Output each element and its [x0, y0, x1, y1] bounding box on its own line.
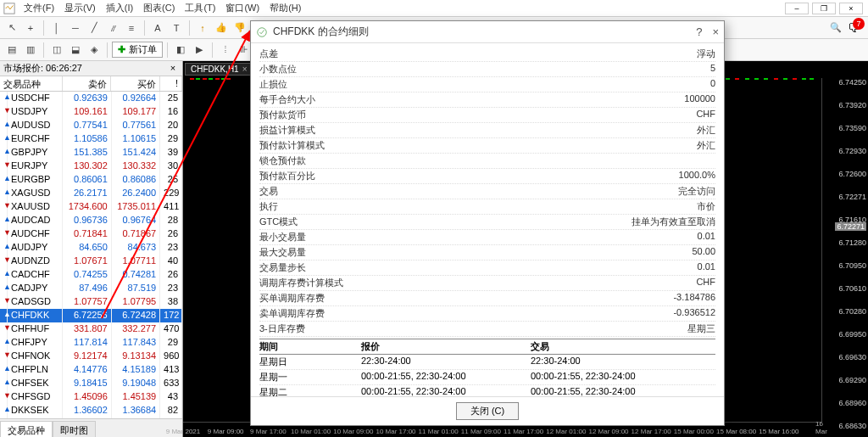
prop-key: 交易: [259, 185, 278, 198]
fibo-tool-icon[interactable]: ≡: [123, 20, 140, 36]
arrow-icon[interactable]: ↑: [194, 20, 211, 36]
search-icon[interactable]: 🔍: [827, 20, 844, 36]
symbol-row-audjpy[interactable]: ▲AUDJPY84.65084.67323: [0, 241, 182, 255]
thumbsdown-icon[interactable]: 👎: [231, 20, 248, 36]
maximize-button[interactable]: ❐: [812, 3, 836, 14]
symbol-row-audchf[interactable]: ▼AUDCHF0.718410.7186726: [0, 227, 182, 241]
symbol-spread: 38: [160, 295, 182, 309]
minimize-button[interactable]: –: [785, 3, 809, 14]
symbol-name: CHFDKK: [8, 309, 63, 322]
new-order-button[interactable]: ✚ 新订单: [112, 42, 163, 58]
new-chart-icon[interactable]: ▤: [3, 42, 20, 59]
vline-tool-icon[interactable]: │: [48, 20, 65, 36]
sched-day: 星期一: [259, 371, 361, 384]
symbol-row-cadchf[interactable]: ▲CADCHF0.742550.7428126: [0, 268, 182, 282]
symbol-row-chfhuf[interactable]: ▼CHFHUF331.807332.277470: [0, 322, 182, 336]
symbol-row-eurjpy[interactable]: ▼EURJPY130.302130.33230: [0, 160, 182, 173]
prop-row: 预付款计算模式外汇: [259, 138, 715, 154]
prop-key: 执行: [259, 200, 278, 213]
symbol-row-cadjpy[interactable]: ▲CADJPY87.49687.51923: [0, 282, 182, 295]
prop-key: 买单调期库存费: [259, 292, 325, 305]
menu-view[interactable]: 显示(V): [59, 0, 101, 16]
menu-file[interactable]: 文件(F): [19, 0, 59, 16]
terminal-icon[interactable]: ⬓: [67, 42, 84, 59]
dialog-close-icon[interactable]: ×: [712, 25, 719, 38]
symbol-ask: 84.673: [112, 241, 160, 255]
symbol-row-gbpjpy[interactable]: ▲GBPJPY151.385151.42439: [0, 146, 182, 160]
symbol-ask: 9.19048: [112, 377, 160, 390]
symbol-row-chfnok[interactable]: ▼CHFNOK9.121749.13134960: [0, 350, 182, 363]
symbol-row-usdjpy[interactable]: ▼USDJPY109.161109.17716: [0, 105, 182, 119]
symbol-row-chfsgd[interactable]: ▼CHFSGD1.450961.4513943: [0, 390, 182, 404]
tester-icon[interactable]: ◈: [86, 42, 103, 59]
sched-col-quote: 报价: [361, 340, 531, 353]
symbol-bid: 151.385: [63, 146, 111, 160]
close-window-button[interactable]: ×: [839, 3, 863, 14]
col-symbol[interactable]: 交易品种: [0, 76, 63, 91]
prop-row: 买单调期库存费-3.184786: [259, 291, 715, 306]
symbol-ask: 117.843: [112, 336, 160, 350]
menu-tools[interactable]: 工具(T): [180, 0, 220, 16]
symbol-ask: 0.96764: [112, 214, 160, 227]
symbol-row-dkksek[interactable]: ▲DKKSEK1.366021.3668482: [0, 404, 182, 417]
symbol-row-chfsek[interactable]: ▲CHFSEK9.184159.19048633: [0, 377, 182, 390]
dir-icon: ▼: [0, 160, 8, 173]
profiles-icon[interactable]: ▥: [22, 42, 39, 59]
symbol-bid: 1.10586: [63, 132, 111, 146]
x-tick: 10 Mar 01:00: [291, 428, 331, 435]
symbol-row-chfjpy[interactable]: ▲CHFJPY117.814117.84329: [0, 336, 182, 350]
market-watch-close-icon[interactable]: ×: [167, 63, 179, 75]
dir-icon: ▼: [0, 200, 8, 214]
symbol-spread: 40: [160, 255, 182, 268]
dialog-help-icon[interactable]: ?: [696, 25, 702, 38]
symbol-row-audcad[interactable]: ▲AUDCAD0.967360.9676428: [0, 214, 182, 227]
chart-tab[interactable]: CHFDKK,H1 ×: [185, 63, 253, 76]
symbol-row-usdchf[interactable]: ▲USDCHF0.926390.9266425: [0, 92, 182, 105]
prop-key: 预付款百分比: [259, 170, 315, 182]
symbol-spread: 16: [160, 105, 182, 119]
chart-tab-close-icon[interactable]: ×: [242, 64, 248, 74]
schedule-header: 期间 报价 交易: [259, 339, 715, 355]
menu-charts[interactable]: 图表(C): [138, 0, 180, 16]
symbol-row-eurchf[interactable]: ▲EURCHF1.105861.1061529: [0, 132, 182, 146]
symbol-row-audnzd[interactable]: ▼AUDNZD1.076711.0771140: [0, 255, 182, 268]
metaquotes-icon[interactable]: ◧: [172, 42, 189, 59]
autotrade-icon[interactable]: ▶: [191, 42, 208, 59]
prop-row: 交易量步长0.01: [259, 261, 715, 276]
symbol-row-cadsgd[interactable]: ▼CADSGD1.077571.0779538: [0, 295, 182, 309]
thumbsup-icon[interactable]: 👍: [213, 20, 230, 36]
symbol-row-audusd[interactable]: ▲AUDUSD0.775410.7756120: [0, 119, 182, 132]
col-bid[interactable]: 卖价: [63, 76, 112, 91]
crosshair-tool-icon[interactable]: +: [22, 20, 39, 36]
app-icon: [3, 3, 15, 14]
tab-symbols[interactable]: 交易品种: [0, 421, 53, 437]
menu-insert[interactable]: 插入(I): [101, 0, 138, 16]
symbol-row-eurgbp[interactable]: ▲EURGBP0.860610.8608625: [0, 173, 182, 187]
col-ask[interactable]: 买价: [111, 76, 160, 91]
symbol-row-chfdkk[interactable]: ▲CHFDKK6.722566.72428172: [0, 309, 182, 322]
cursor-tool-icon[interactable]: ↖: [3, 20, 20, 36]
dialog-titlebar[interactable]: CHFDKK 的合约细则 ? ×: [251, 21, 724, 43]
tab-tick[interactable]: 即时图: [53, 421, 96, 437]
nav-tree-icon[interactable]: ◫: [48, 42, 65, 59]
prop-val: 星期三: [687, 322, 715, 335]
hline-tool-icon[interactable]: ─: [67, 20, 84, 36]
bars-icon[interactable]: ⦙: [217, 42, 234, 59]
symbol-row-xauusd[interactable]: ▼XAUUSD1734.6001735.011411: [0, 200, 182, 214]
label-tool-icon[interactable]: T: [168, 20, 185, 36]
symbol-name: CHFJPY: [8, 336, 63, 350]
symbol-row-chfpln[interactable]: ▲CHFPLN4.147764.15189413: [0, 363, 182, 377]
symbol-ask: 151.424: [112, 146, 160, 160]
text-tool-icon[interactable]: A: [149, 20, 166, 36]
close-button[interactable]: 关闭 (C): [456, 402, 519, 420]
symbol-row-xagusd[interactable]: ▲XAGUSD26.217126.2400229: [0, 187, 182, 200]
trendline-tool-icon[interactable]: ╱: [86, 20, 103, 36]
market-watch-panel: 市场报价: 06:26:27 × 交易品种 卖价 买价 ! ▲USDCHF0.9…: [0, 61, 183, 437]
col-last[interactable]: !: [160, 76, 182, 91]
menu-window[interactable]: 窗口(W): [220, 0, 264, 16]
menu-help[interactable]: 帮助(H): [264, 0, 306, 16]
y-tick: 6.69950: [838, 330, 866, 339]
dir-icon: ▲: [0, 282, 8, 295]
symbol-ask: 0.77561: [112, 119, 160, 132]
channel-tool-icon[interactable]: ⫽: [104, 20, 121, 36]
